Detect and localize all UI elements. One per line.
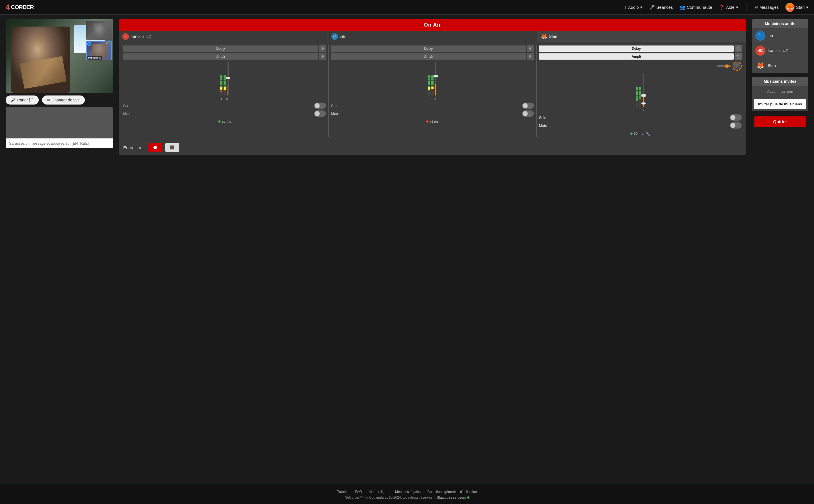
solo-toggle-1[interactable] xyxy=(314,103,326,109)
mute-row-2: Mute xyxy=(331,110,534,117)
invited-musicians-title: Musiciens invités xyxy=(752,77,808,86)
thumbnail-jnh[interactable] xyxy=(86,21,112,40)
ampli-btn-2[interactable]: Ampli xyxy=(331,53,526,60)
mic-slash-icon: 🎤 xyxy=(11,98,16,102)
vu-right-1 xyxy=(223,62,226,95)
chat-input-container xyxy=(6,138,113,148)
footer-server-status-link[interactable]: Statut des serveurs xyxy=(437,496,466,499)
mixer-tab-jnh[interactable]: jnh jnh xyxy=(328,31,537,42)
fader-track-1[interactable] xyxy=(227,62,229,95)
musician-jnh[interactable]: 🔵 jnh xyxy=(752,28,808,43)
ampli-gear-1[interactable]: ⚙ xyxy=(319,53,326,60)
audio-dropdown-icon: ▾ xyxy=(640,5,643,10)
fx-ampli-1: Ampli ⚙ xyxy=(123,53,326,60)
mixer-avatar-stan: 🦊 xyxy=(541,33,548,40)
delay-btn-2[interactable]: Delay xyxy=(331,45,526,52)
change-view-button[interactable]: ⊞ Changer de vue xyxy=(42,95,85,105)
mute-toggle-3[interactable] xyxy=(730,122,742,129)
latency-row-3: 30 ms 🔧 xyxy=(630,130,650,137)
video-controls: 🎤 Parler [T] ⊞ Changer de vue xyxy=(6,95,113,105)
copyright-text: NuCorder™ - © Copyright 2015-2024, tous … xyxy=(344,496,433,499)
vu-bar-col-5 xyxy=(636,73,638,107)
thumbnail-francoisnc2[interactable]: 🔵 francoisnc2 ★☆ xyxy=(86,41,112,60)
fader-rail-lower-3 xyxy=(643,95,644,107)
ampli-gear-3[interactable]: ⚙ xyxy=(735,53,742,60)
nav-audio[interactable]: ♪ Audio ▾ xyxy=(624,5,643,10)
ampli-btn-1[interactable]: Ampli xyxy=(123,53,318,60)
solo-label-2: Solo xyxy=(331,104,338,108)
nav-aide[interactable]: ❓ Aide ▾ xyxy=(719,5,738,10)
volume-knob-3[interactable] xyxy=(733,62,742,71)
footer-link-mentions[interactable]: Mentions légales xyxy=(395,490,421,494)
mute-toggle-1[interactable] xyxy=(314,110,326,117)
fader-thumb-1[interactable] xyxy=(226,77,230,79)
vu-seg xyxy=(223,75,226,77)
logo-text: CORDER xyxy=(11,4,34,10)
record-dot-icon xyxy=(153,146,157,149)
chat-input[interactable] xyxy=(9,141,110,145)
l-label-1: L xyxy=(221,98,223,101)
solo-toggle-2[interactable] xyxy=(522,103,534,109)
nav-messages[interactable]: ✉ Messages xyxy=(754,5,779,10)
footer-link-tutoriel[interactable]: Tutoriel xyxy=(337,490,348,494)
fader-thumb-lower-3[interactable] xyxy=(641,102,646,105)
thumb-label: francoisnc2 xyxy=(87,56,102,60)
mute-knob-2 xyxy=(523,111,528,116)
quit-button[interactable]: Quitter xyxy=(754,116,806,127)
invite-label: Inviter plus de musiciens xyxy=(758,102,802,106)
musician-francoisnc2[interactable]: 4C francoisnc2 xyxy=(752,43,808,58)
nav-communaute[interactable]: 👥 Communauté xyxy=(680,5,712,10)
ampli-gear-2[interactable]: ⚙ xyxy=(527,53,534,60)
thumb-person-2 xyxy=(92,44,105,57)
fader-track-3[interactable] xyxy=(643,73,645,107)
mixer-avatar-francoisnc2: 4C xyxy=(122,33,129,40)
vu-seg xyxy=(428,77,430,79)
record-start-button[interactable] xyxy=(148,143,162,152)
vu-seg xyxy=(223,84,226,85)
vu-seg xyxy=(223,91,226,92)
fader-track-2[interactable] xyxy=(435,62,437,95)
vu-seg xyxy=(223,86,226,87)
talk-button[interactable]: 🎤 Parler [T] xyxy=(6,95,39,105)
mute-knob-3 xyxy=(730,123,735,128)
delay-gear-1[interactable]: ⚙ xyxy=(319,45,326,52)
vu-seg xyxy=(223,79,226,80)
solo-toggle-3[interactable] xyxy=(730,114,742,121)
nav-user[interactable]: 🦊 Stan ▾ xyxy=(785,3,808,12)
view-icon: ⊞ xyxy=(47,98,50,102)
mixer-tab-stan[interactable]: 🦊 Stan xyxy=(537,31,746,42)
fx-delay-2: Delay ⚙ xyxy=(331,45,534,52)
vu-seg xyxy=(636,94,638,95)
active-musicians-title: Musiciens actifs xyxy=(752,19,808,28)
vu-seg xyxy=(428,89,430,90)
pan-slider-3[interactable] xyxy=(717,65,731,67)
delay-gear-2[interactable]: ⚙ xyxy=(527,45,534,52)
user-name: Stan xyxy=(796,5,805,10)
vu-seg xyxy=(428,81,430,82)
delay-btn-1[interactable]: Delay xyxy=(123,45,318,52)
nav-seances[interactable]: 🎤 Séances xyxy=(649,5,673,10)
delay-btn-3[interactable]: Delay xyxy=(539,45,734,52)
footer-link-aide[interactable]: Aide en ligne xyxy=(369,490,388,494)
fader-thumb-2[interactable] xyxy=(434,75,438,77)
mute-label-2: Mute xyxy=(331,112,339,116)
record-label: Enregistrer xyxy=(123,145,144,150)
fader-thumb-3[interactable] xyxy=(641,94,646,97)
invite-musicians-button[interactable]: Inviter plus de musiciens xyxy=(754,99,806,109)
record-stop-button[interactable] xyxy=(165,143,179,152)
delay-gear-3[interactable]: ⚙ xyxy=(735,45,742,52)
musician-name-stan: Stan xyxy=(768,63,776,68)
audio-icon: ♪ xyxy=(624,5,627,10)
logo[interactable]: 4 CORDER xyxy=(6,3,34,12)
ampli-btn-3[interactable]: Ampli xyxy=(539,53,734,60)
mixer-tab-francoisnc2[interactable]: 4C francoisnc2 xyxy=(119,31,328,42)
settings-wrench-button[interactable]: 🔧 xyxy=(645,131,650,136)
video-area: 🔵 francoisnc2 ★☆ xyxy=(6,19,113,93)
vu-seg xyxy=(428,82,430,84)
mute-toggle-2[interactable] xyxy=(522,110,534,117)
vu-fader-3 xyxy=(539,73,742,107)
musician-stan[interactable]: 🦊 Stan xyxy=(752,58,808,73)
footer-link-cgu[interactable]: Conditions générales d'utilisation xyxy=(428,490,477,494)
pan-thumb-3[interactable] xyxy=(725,64,729,68)
footer-link-faq[interactable]: FAQ xyxy=(355,490,362,494)
